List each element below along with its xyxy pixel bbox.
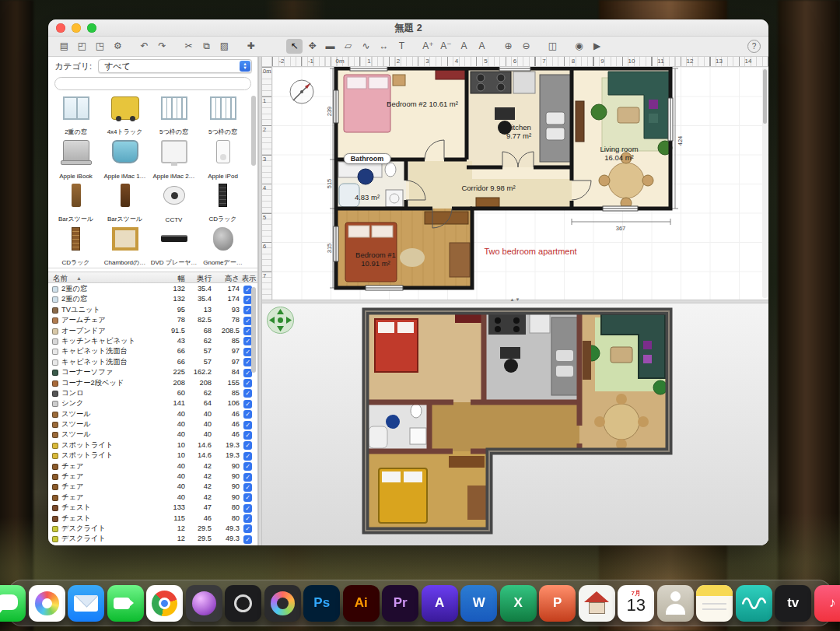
- furniture-row[interactable]: スツール404046✓: [48, 419, 257, 429]
- visible-checkbox[interactable]: ✓: [243, 504, 252, 513]
- catalog-item[interactable]: Apple iPod: [198, 138, 247, 181]
- furniture-row[interactable]: スツール404046✓: [48, 429, 257, 440]
- column-height[interactable]: 高さ: [212, 273, 240, 283]
- furniture-row[interactable]: チェスト1154680✓: [48, 514, 257, 524]
- visible-checkbox[interactable]: ✓: [243, 473, 252, 482]
- dock-icon-apple-tv[interactable]: tv: [775, 585, 811, 622]
- visible-checkbox[interactable]: ✓: [243, 421, 252, 429]
- dock-icon-music[interactable]: ♪: [814, 585, 840, 622]
- title-bar[interactable]: 無題 2: [48, 19, 768, 37]
- bold-button[interactable]: A: [456, 39, 472, 54]
- table-scrollbar[interactable]: [251, 287, 256, 373]
- bathroom-label-object[interactable]: Bathroom: [344, 153, 391, 164]
- open-button[interactable]: ◰: [74, 39, 90, 54]
- column-visible[interactable]: 表示: [240, 273, 258, 283]
- view-3d-pane[interactable]: [262, 303, 768, 545]
- dock-icon-contacts[interactable]: [657, 585, 694, 622]
- redo-button[interactable]: ↷: [154, 39, 170, 54]
- furniture-row[interactable]: チェア404290✓: [48, 482, 257, 492]
- dock-icon-resolve[interactable]: [264, 585, 301, 622]
- catalog-item[interactable]: Chambordの…: [100, 225, 149, 268]
- italic-button[interactable]: A: [474, 39, 490, 54]
- create-polylines-tool[interactable]: ∿: [358, 39, 374, 54]
- column-name[interactable]: 名前: [53, 273, 68, 283]
- dock-icon-wave-app[interactable]: [736, 585, 772, 622]
- dock-icon-final-cut[interactable]: [186, 585, 222, 622]
- visible-checkbox[interactable]: ✓: [243, 535, 252, 544]
- furniture-row[interactable]: チェスト1334780✓: [48, 503, 257, 513]
- furniture-row[interactable]: チェア404290✓: [48, 461, 257, 471]
- furniture-row[interactable]: TVユニット951393✓: [48, 305, 257, 315]
- plan-canvas[interactable]: Bedroom #2 10.61 m² Kitchen9.77 m² Livin…: [272, 67, 768, 300]
- furniture-row[interactable]: シンク14164106✓: [48, 398, 257, 408]
- visible-checkbox[interactable]: ✓: [243, 483, 252, 492]
- catalog-item[interactable]: CDラック: [198, 181, 247, 225]
- furniture-row[interactable]: チェア404290✓: [48, 493, 257, 503]
- catalog-item[interactable]: Gnomeデー…: [198, 225, 247, 268]
- dock-icon-illustrator[interactable]: Ai: [343, 585, 380, 622]
- visible-checkbox[interactable]: ✓: [243, 524, 252, 533]
- dock-icon-sweet-home-3d[interactable]: [579, 585, 615, 622]
- visible-checkbox[interactable]: ✓: [243, 514, 252, 523]
- catalog-item[interactable]: Apple iMac 1…: [100, 138, 149, 181]
- new-home-button[interactable]: ▤: [56, 39, 72, 54]
- compass-icon[interactable]: [286, 76, 317, 107]
- catalog-item[interactable]: DVD プレーヤ…: [149, 225, 198, 268]
- furniture-row[interactable]: アームチェア7882.578✓: [48, 315, 257, 325]
- furniture-row[interactable]: スポットライト1014.619.3✓: [48, 450, 257, 461]
- dock-icon-mail[interactable]: [68, 585, 104, 622]
- visible-checkbox[interactable]: ✓: [243, 493, 252, 502]
- furniture-row[interactable]: コーナー2段ベッド208208155✓: [48, 378, 257, 388]
- create-text-tool[interactable]: T: [394, 39, 410, 54]
- furniture-row[interactable]: チェア404290✓: [48, 471, 257, 482]
- 3d-navigation-control[interactable]: [266, 306, 295, 335]
- enlarge-text-button[interactable]: A⁺: [420, 39, 436, 54]
- undo-button[interactable]: ↶: [136, 39, 152, 54]
- reduce-text-button[interactable]: A⁻: [438, 39, 454, 54]
- furniture-row[interactable]: オープンドア91.568208.5✓: [48, 326, 257, 336]
- catalog-item[interactable]: Apple iBook: [51, 138, 100, 181]
- dock-icon-notes[interactable]: [696, 585, 733, 622]
- visible-checkbox[interactable]: ✓: [243, 400, 252, 408]
- visible-checkbox[interactable]: ✓: [243, 389, 252, 398]
- preferences-button[interactable]: ⚙: [110, 39, 126, 54]
- add-furniture-button[interactable]: ✚: [243, 39, 259, 54]
- plan-scrollbar[interactable]: [762, 68, 768, 298]
- dock-icon-powerpoint[interactable]: P: [539, 585, 576, 622]
- visible-checkbox[interactable]: ✓: [243, 462, 252, 471]
- dock-icon-premiere[interactable]: Pr: [382, 585, 418, 622]
- catalog-item[interactable]: 5つ枠の窓: [198, 94, 247, 138]
- dock-icon-word[interactable]: W: [460, 585, 497, 622]
- visible-checkbox[interactable]: ✓: [243, 410, 252, 419]
- zoom-out-button[interactable]: ⊖: [518, 39, 534, 54]
- photo-button[interactable]: ◉: [571, 39, 587, 54]
- furniture-row[interactable]: 2重の窓13235.4174✓: [48, 294, 257, 304]
- dock-icon-facetime[interactable]: [107, 585, 144, 622]
- dock-icon-chrome[interactable]: [146, 585, 183, 622]
- catalog-item[interactable]: Apple iMac 2…: [149, 138, 198, 181]
- dock-icon-calendar[interactable]: 7月13: [618, 585, 654, 622]
- furniture-row[interactable]: キッチンキャビネット436285✓: [48, 336, 257, 346]
- save-button[interactable]: ◳: [92, 39, 108, 54]
- furniture-row[interactable]: スポットライト1014.619.3✓: [48, 440, 257, 450]
- furniture-row[interactable]: キャビネット洗面台665797✓: [48, 346, 257, 356]
- virtual-visit-button[interactable]: ◫: [544, 39, 561, 54]
- furniture-row[interactable]: キャビネット洗面台665797✓: [48, 357, 257, 367]
- video-button[interactable]: ▶: [589, 39, 605, 54]
- search-input[interactable]: [54, 77, 251, 90]
- create-walls-tool[interactable]: ▬: [322, 39, 338, 54]
- pan-tool[interactable]: ✥: [304, 39, 320, 54]
- zoom-in-button[interactable]: ⊕: [500, 39, 516, 54]
- visible-checkbox[interactable]: ✓: [243, 431, 252, 440]
- catalog-item[interactable]: 2重の窓: [51, 94, 100, 138]
- category-select[interactable]: すべて ▲▼: [98, 59, 252, 73]
- cut-button[interactable]: ✂: [180, 39, 197, 54]
- column-depth[interactable]: 奥行: [185, 273, 212, 283]
- furniture-row[interactable]: コーナーソファ225162.284✓: [48, 367, 257, 377]
- dock-icon-excel[interactable]: X: [500, 585, 537, 622]
- create-dimensions-tool[interactable]: ↔: [376, 39, 392, 54]
- catalog-item[interactable]: CCTV: [149, 181, 198, 225]
- dock-icon-messages[interactable]: [0, 585, 26, 622]
- copy-button[interactable]: ⧉: [198, 39, 215, 54]
- plan-annotation[interactable]: Two bedroom apartment: [484, 247, 576, 256]
